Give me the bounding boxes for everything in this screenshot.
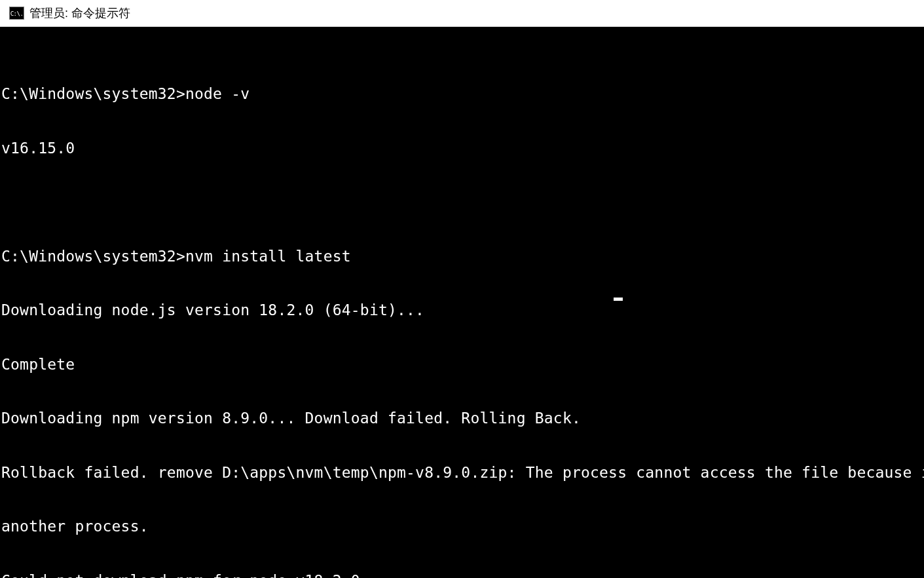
terminal-line: Downloading node.js version 18.2.0 (64-b… bbox=[1, 301, 924, 320]
terminal-line: Downloading npm version 8.9.0... Downloa… bbox=[1, 410, 924, 428]
window-title: 管理员: 命令提示符 bbox=[29, 5, 130, 21]
terminal-line: C:\Windows\system32>node -v bbox=[1, 85, 924, 104]
terminal-line: Could not download npm for node v18.2.0. bbox=[1, 572, 924, 579]
terminal-line: another process. bbox=[1, 518, 924, 536]
terminal-line: Complete bbox=[1, 356, 924, 374]
terminal-line: C:\Windows\system32>nvm install latest bbox=[1, 248, 924, 266]
terminal-output[interactable]: C:\Windows\system32>node -v v16.15.0 C:\… bbox=[0, 27, 924, 578]
terminal-line bbox=[1, 193, 924, 212]
cmd-icon: C:\. bbox=[9, 7, 24, 20]
window-titlebar[interactable]: C:\. 管理员: 命令提示符 bbox=[0, 0, 924, 27]
terminal-cursor bbox=[614, 298, 623, 301]
terminal-line: Rollback failed. remove D:\apps\nvm\temp… bbox=[1, 464, 924, 482]
terminal-line: v16.15.0 bbox=[1, 140, 924, 158]
